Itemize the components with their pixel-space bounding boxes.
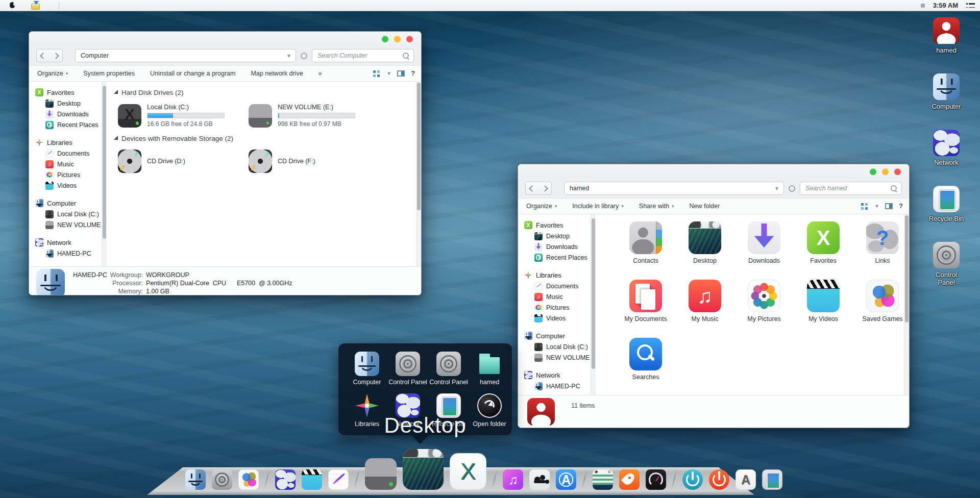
sidebar-scrollbar[interactable] — [591, 214, 596, 395]
toolbar-button-share-with[interactable]: Share with▾ — [639, 203, 674, 210]
preview-pane-button[interactable] — [885, 203, 893, 209]
desktop-icon-network[interactable]: Network — [922, 130, 971, 166]
toolbar-button-system-properties[interactable]: System properties — [83, 70, 135, 77]
address-dropdown-icon[interactable]: ▼ — [286, 53, 291, 59]
sidebar-item-local-disk-c-[interactable]: Local Disk (C:) — [518, 341, 595, 352]
sidebar-item-documents[interactable]: Documents — [29, 148, 106, 159]
stack-item-control-panel[interactable]: Control Panel — [429, 352, 468, 392]
sidebar-group-favorites[interactable]: Favorites — [29, 87, 106, 98]
dock-item-shutdown[interactable] — [709, 469, 729, 490]
apple-menu-icon[interactable] — [8, 1, 16, 10]
dock-item-finder[interactable] — [185, 469, 206, 490]
folder-item-my-music[interactable]: My Music — [675, 280, 734, 338]
window-computer[interactable]: Computer ▼ Search Computer Organize▾Syst… — [29, 31, 422, 295]
dock-item-notes[interactable] — [328, 469, 349, 490]
zoom-button[interactable] — [382, 36, 388, 42]
address-bar[interactable]: hamed ▼ — [564, 182, 784, 195]
address-dropdown-icon[interactable]: ▼ — [774, 186, 779, 191]
toolbar-button--[interactable]: » — [318, 70, 322, 77]
sidebar-item-downloads[interactable]: Downloads — [518, 241, 595, 252]
dock-item-itunes[interactable] — [503, 469, 523, 490]
forward-button[interactable] — [53, 53, 59, 59]
sidebar-item-desktop[interactable]: Desktop — [518, 231, 595, 241]
window-hamed[interactable]: hamed ▼ Search hamed Organize▾Include in… — [518, 164, 910, 428]
sidebar-group-libraries[interactable]: Libraries — [29, 137, 106, 148]
titlebar[interactable] — [29, 32, 421, 46]
minimize-button[interactable] — [882, 168, 889, 175]
dock-item-app-store[interactable] — [556, 469, 576, 490]
dock-item-network[interactable] — [275, 469, 296, 490]
drive-item-local-disk-c-[interactable]: Local Disk (C:)16.6 GB free of 24.8 GB — [118, 104, 249, 128]
dock-item-standby[interactable] — [682, 469, 703, 490]
folder-item-my-documents[interactable]: My Documents — [616, 280, 675, 338]
sidebar-item-new-volume-e-[interactable]: NEW VOLUME (E:) — [29, 219, 106, 230]
sidebar-item-recent-places[interactable]: Recent Places — [518, 252, 595, 263]
address-bar[interactable]: Computer ▼ — [75, 49, 296, 62]
drive-item-cd-drive-f-[interactable]: CD Drive (F:) — [249, 150, 379, 173]
folder-item-saved-games[interactable]: Saved Games — [853, 280, 909, 338]
dock-item-desktop-stack[interactable] — [403, 449, 444, 490]
sidebar-group-favorites[interactable]: Favorites — [518, 219, 595, 231]
sidebar-item-videos[interactable]: Videos — [518, 313, 595, 323]
toolbar-button-map-network-drive[interactable]: Map network drive — [251, 70, 303, 77]
desktop-icon-control-panel[interactable]: Control Panel — [922, 242, 971, 286]
sidebar-item-pictures[interactable]: Pictures — [518, 302, 595, 313]
folder-item-searches[interactable]: Searches — [616, 338, 675, 395]
status-square-icon[interactable] — [921, 4, 925, 8]
sidebar-item-downloads[interactable]: Downloads — [29, 109, 106, 119]
content-scrollbar[interactable] — [904, 214, 909, 395]
back-button[interactable] — [529, 185, 535, 192]
dock-item-drive[interactable] — [365, 458, 397, 490]
desktop-icon-recycle-bin[interactable]: Recycle Bin — [922, 186, 971, 222]
refresh-button[interactable] — [789, 185, 795, 192]
search-box[interactable]: Search Computer — [312, 49, 414, 62]
folder-item-my-videos[interactable]: My Videos — [794, 280, 853, 338]
change-view-button[interactable] — [373, 70, 380, 77]
folder-item-downloads[interactable]: Downloads — [734, 221, 794, 280]
sidebar-item-documents[interactable]: Documents — [518, 281, 595, 291]
sidebar-group-libraries[interactable]: Libraries — [518, 269, 595, 281]
drive-item-new-volume-e-[interactable]: NEW VOLUME (E:)998 KB free of 0.97 MB — [249, 104, 379, 128]
dock-item-videos[interactable] — [302, 469, 322, 490]
sidebar-item-hamed-pc[interactable]: HAMED-PC — [518, 381, 595, 391]
collapse-triangle-icon[interactable] — [114, 90, 118, 94]
stack-item-hamed[interactable]: hamed — [470, 352, 509, 392]
toolbar-button-uninstall-or-change-a-program[interactable]: Uninstall or change a program — [150, 70, 235, 77]
minimize-button[interactable] — [394, 36, 401, 42]
refresh-button[interactable] — [301, 53, 307, 59]
search-box[interactable]: Search hamed — [800, 182, 902, 195]
sidebar-item-recent-places[interactable]: Recent Places — [29, 119, 106, 130]
dock-item-recycle-bin[interactable] — [762, 469, 782, 490]
dock-item-desktop-window[interactable] — [593, 469, 613, 490]
sidebar-scrollbar[interactable] — [102, 82, 107, 266]
folder-item-links[interactable]: Links — [853, 221, 909, 280]
sidebar-item-desktop[interactable]: Desktop — [29, 98, 106, 109]
toolbar-button-organize[interactable]: Organize▾ — [37, 70, 68, 77]
sidebar-group-network[interactable]: Network — [518, 369, 595, 381]
sidebar-group-computer[interactable]: Computer — [29, 197, 106, 209]
toolbar-button-include-in-library[interactable]: Include in library▾ — [572, 203, 624, 210]
toolbar-button-organize[interactable]: Organize▾ — [526, 203, 557, 210]
sidebar-item-pictures[interactable]: Pictures — [29, 169, 106, 180]
dock-item-launcher[interactable] — [619, 469, 640, 490]
dock-item-system-preferences[interactable] — [212, 469, 232, 490]
sidebar-item-music[interactable]: Music — [518, 291, 595, 302]
help-button[interactable]: ? — [411, 70, 415, 77]
toolbar-button-new-folder[interactable]: New folder — [689, 203, 720, 210]
titlebar[interactable] — [518, 164, 909, 179]
sidebar-item-hamed-pc[interactable]: HAMED-PC — [29, 248, 106, 259]
sidebar-group-network[interactable]: Network — [29, 237, 106, 248]
sidebar-item-local-disk-c-[interactable]: Local Disk (C:) — [29, 209, 106, 219]
content-scrollbar[interactable] — [416, 82, 421, 266]
dock-item-game-center[interactable] — [238, 469, 259, 490]
close-button[interactable] — [894, 168, 901, 175]
close-button[interactable] — [406, 36, 413, 42]
back-button[interactable] — [40, 53, 46, 59]
dock-item-applications[interactable] — [736, 469, 756, 490]
dock-item-osx[interactable] — [450, 453, 486, 490]
view-dropdown-icon[interactable]: ▼ — [386, 71, 391, 76]
stack-item-control-panel[interactable]: Control Panel — [388, 352, 427, 392]
folder-menu-icon[interactable] — [31, 2, 39, 10]
dock-item-cloud[interactable] — [529, 469, 550, 490]
collapse-triangle-icon[interactable] — [114, 136, 118, 140]
